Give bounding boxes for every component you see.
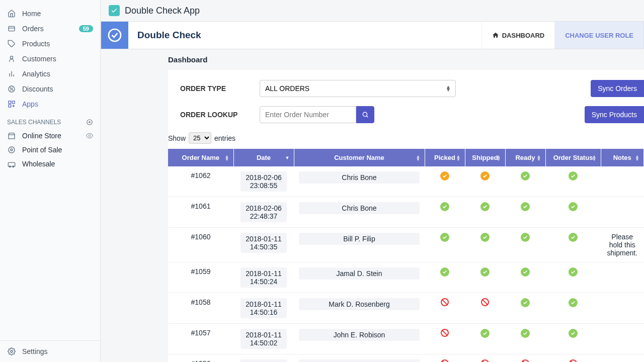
top-bar: Double Check App: [101, 0, 644, 21]
cell-picked: [425, 166, 465, 197]
cell-order: #1057: [168, 324, 233, 354]
cell-status: [545, 324, 601, 354]
col-date[interactable]: Date▼: [233, 149, 294, 166]
settings-label: Settings: [22, 347, 48, 355]
cell-date: 2018-01-1114:50:02: [233, 324, 294, 354]
cell-ready: [505, 228, 545, 262]
order-lookup-button[interactable]: [356, 106, 374, 123]
cell-date: 2018-02-0622:48:37: [233, 197, 294, 228]
table-row[interactable]: #1058 2018-01-1114:50:16 Mark D. Rosenbe…: [168, 293, 644, 324]
table-row[interactable]: #1062 2018-02-0623:08:55 Chris Bone: [168, 166, 644, 197]
sort-icon: ▲▼: [225, 154, 229, 161]
cell-status: [545, 293, 601, 324]
table-row[interactable]: #1056 2018-01-1114:49:52 Brad M. Ramsey: [168, 354, 644, 363]
cell-ready: [505, 324, 545, 354]
app-name: Double Check: [128, 22, 481, 49]
table-row[interactable]: #1059 2018-01-1114:50:24 Jamal D. Stein: [168, 262, 644, 293]
show-label: Show: [168, 134, 186, 142]
status-green-icon: [480, 267, 490, 277]
nav-label: Analytics: [22, 70, 50, 78]
cell-status: [545, 197, 601, 228]
status-green-icon: [521, 329, 530, 338]
table-row[interactable]: #1061 2018-02-0622:48:37 Chris Bone: [168, 197, 644, 228]
col-customer[interactable]: Customer Name▲▼: [294, 149, 425, 166]
order-type-select[interactable]: ALL ORDERS: [260, 80, 456, 97]
cell-order: #1060: [168, 228, 233, 262]
status-green-icon: [480, 233, 490, 242]
cell-picked: [425, 354, 465, 363]
sidebar-item-analytics[interactable]: Analytics: [0, 66, 100, 81]
status-red-icon: [521, 359, 529, 362]
svg-point-3: [10, 56, 13, 59]
cell-notes: [601, 324, 644, 354]
status-green-icon: [569, 233, 578, 242]
col-notes[interactable]: Notes▲▼: [601, 149, 644, 166]
sidebar-item-home[interactable]: Home: [0, 6, 100, 21]
channel-item-online-store[interactable]: Online Store: [0, 129, 100, 143]
page-size-select[interactable]: 25: [189, 132, 211, 144]
nav-label: Customers: [22, 55, 56, 63]
channel-item-point-of-sale[interactable]: Point of Sale: [0, 143, 100, 157]
cell-shipped: [465, 197, 505, 228]
svg-line-29: [367, 116, 368, 118]
sidebar-item-discounts[interactable]: Discounts: [0, 81, 100, 97]
sidebar-item-settings[interactable]: Settings: [0, 341, 100, 362]
sync-products-button[interactable]: Sync Products: [585, 106, 644, 123]
add-channel-icon[interactable]: [86, 119, 93, 126]
app-logo: [101, 22, 128, 49]
cell-shipped: [465, 354, 505, 363]
cell-order: #1056: [168, 354, 233, 363]
sidebar-item-products[interactable]: Products: [0, 36, 100, 51]
table-row[interactable]: #1057 2018-01-1114:50:02 John E. Robison: [168, 324, 644, 354]
sync-orders-button[interactable]: Sync Orders: [591, 80, 644, 97]
channel-item-wholesale[interactable]: Wholesale: [0, 157, 100, 171]
badge: 59: [79, 25, 93, 32]
col-shipped[interactable]: Shipped▲▼: [465, 149, 505, 166]
cell-shipped: [465, 228, 505, 262]
status-orange-icon: [440, 171, 449, 180]
sidebar-item-apps[interactable]: Apps: [0, 97, 100, 112]
home-icon: [7, 9, 16, 18]
col-ready[interactable]: Ready▲▼: [505, 149, 545, 166]
sidebar-item-customers[interactable]: Customers: [0, 51, 100, 66]
status-green-icon: [521, 267, 530, 277]
cell-picked: [425, 324, 465, 354]
tab-dashboard[interactable]: DASHBOARD: [481, 22, 555, 49]
svg-rect-0: [9, 26, 15, 31]
col-status[interactable]: Order Status▲▼: [545, 149, 601, 166]
store-icon: [7, 131, 16, 140]
status-green-icon: [521, 171, 530, 180]
sort-icon: ▲▼: [635, 154, 639, 161]
sidebar-item-orders[interactable]: Orders59: [0, 21, 100, 36]
status-red-icon: [441, 359, 449, 362]
cell-order: #1062: [168, 166, 233, 197]
cell-ready: [505, 197, 545, 228]
analytics-icon: [7, 69, 16, 78]
svg-point-9: [10, 87, 11, 88]
cell-notes: [601, 354, 644, 363]
page-title: Dashboard: [168, 55, 644, 64]
order-lookup-input[interactable]: [260, 106, 356, 123]
svg-rect-12: [12, 101, 15, 104]
status-green-icon: [521, 298, 530, 307]
cell-ready: [505, 293, 545, 324]
status-red-icon: [481, 359, 489, 362]
svg-point-27: [109, 29, 121, 41]
col-picked[interactable]: Picked▲▼: [425, 149, 465, 166]
orders-icon: [7, 24, 16, 33]
order-lookup-label: ORDER LOOKUP: [180, 111, 251, 119]
table-row[interactable]: #1060 2018-01-1114:50:35 Bill P. Filip P…: [168, 228, 644, 262]
status-green-icon: [521, 233, 530, 242]
tab-change-user-role[interactable]: CHANGE USER ROLE: [554, 22, 643, 49]
status-green-icon: [521, 202, 530, 211]
sales-channels-header: SALES CHANNELS: [0, 112, 100, 129]
svg-rect-11: [9, 101, 11, 104]
svg-point-20: [89, 135, 91, 137]
cell-notes: Please hold this shipment.: [601, 228, 644, 262]
cell-picked: [425, 293, 465, 324]
status-green-icon: [480, 202, 490, 211]
products-icon: [7, 39, 16, 48]
cell-customer: Chris Bone: [294, 197, 425, 228]
eye-icon[interactable]: [86, 132, 93, 139]
col-order-name[interactable]: Order Name▲▼: [168, 149, 233, 166]
